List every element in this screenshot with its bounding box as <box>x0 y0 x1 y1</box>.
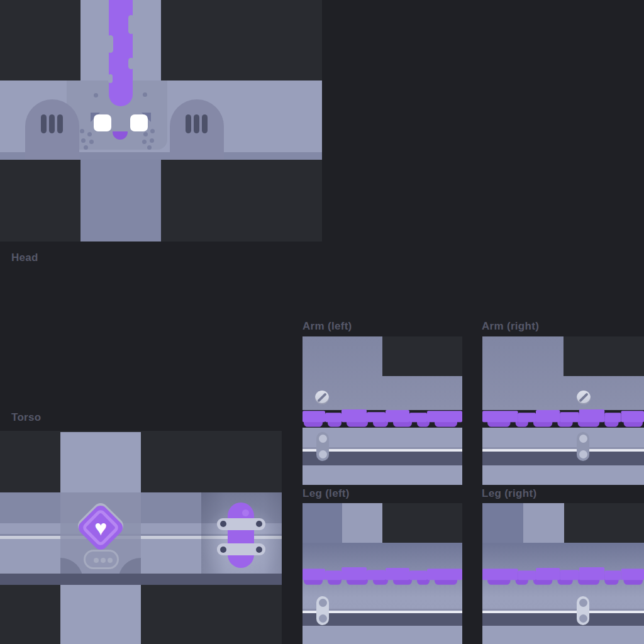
hair-stripe-notch <box>108 35 113 53</box>
rivet-icon <box>220 521 226 527</box>
leg-lower-band <box>303 626 462 644</box>
connector-hole <box>579 599 587 607</box>
arm-left-texture-panel[interactable] <box>303 336 462 485</box>
arm-dark-corner <box>564 336 644 376</box>
connector-icon <box>316 432 329 461</box>
connector-hole <box>319 435 327 443</box>
eye-right <box>130 114 148 131</box>
connector-hole <box>319 599 327 607</box>
freckle <box>150 129 155 133</box>
freckle <box>80 129 84 133</box>
torso-label: Torso <box>11 411 41 424</box>
torso-bottom-flap <box>60 585 141 644</box>
heart-icon: ♥ <box>87 516 114 540</box>
chest-vent-pill <box>84 550 119 569</box>
connector-hole <box>319 614 327 623</box>
pill-dot <box>108 558 113 563</box>
vent-icon <box>202 114 208 133</box>
rivet-icon <box>256 521 262 527</box>
rivet-icon <box>220 547 226 553</box>
vent-icon <box>57 114 63 133</box>
freckle <box>142 140 147 144</box>
eye-left <box>94 114 111 131</box>
head-bottom-flap <box>80 160 161 242</box>
arm-lower-band <box>482 465 644 485</box>
arm-right-label: Arm (right) <box>482 320 539 333</box>
head-label: Head <box>11 252 38 264</box>
pill-dot <box>101 558 106 563</box>
hair-stripe-notch <box>128 15 134 34</box>
leg-slate-band <box>482 613 644 626</box>
connector-hole <box>579 614 587 623</box>
vent-icon <box>194 114 199 133</box>
leg-right-label: Leg (right) <box>482 487 536 500</box>
arm-light-band <box>482 428 644 447</box>
leg-light-square <box>342 503 382 543</box>
purple-jagged-stripe <box>303 409 462 428</box>
vent-icon <box>49 114 55 133</box>
bedroll-highlight <box>242 509 249 516</box>
leg-light-square <box>523 503 564 543</box>
vent-icon <box>41 114 47 133</box>
brow-dot-right <box>143 92 147 97</box>
arm-dark-corner <box>382 336 462 376</box>
leg-right-texture-panel[interactable] <box>482 503 644 644</box>
connector-hole <box>319 450 327 458</box>
connector-icon <box>316 596 329 625</box>
freckle <box>81 138 86 143</box>
torso-top-flap <box>60 432 141 492</box>
torso-slate-strip <box>0 574 282 585</box>
hair-stripe-notch <box>128 58 134 69</box>
pill-dot <box>94 558 99 563</box>
brow-dot-left <box>94 93 98 97</box>
hair-stripe-notch <box>108 74 113 83</box>
leg-left-label: Leg (left) <box>303 487 350 500</box>
rivet-icon <box>256 547 262 553</box>
purple-jagged-stripe <box>303 567 462 586</box>
leg-left-texture-panel[interactable] <box>303 503 462 644</box>
skin-editor-screen: Head ♥ Torso <box>0 0 644 644</box>
freckle <box>87 132 92 136</box>
purple-jagged-stripe <box>482 409 644 428</box>
arm-left-label: Arm (left) <box>303 320 352 333</box>
screw-icon <box>577 391 591 404</box>
freckle <box>147 145 152 150</box>
connector-hole <box>579 435 587 443</box>
leg-lower-band <box>482 626 644 644</box>
leg-dark-corner <box>382 503 462 543</box>
freckle <box>89 140 94 144</box>
screw-icon <box>315 391 329 404</box>
bedroll-capsule <box>228 502 254 568</box>
torso-texture-panel[interactable]: ♥ <box>0 431 282 644</box>
freckle <box>150 138 154 143</box>
head-ear-right <box>170 99 224 160</box>
head-texture-panel[interactable] <box>0 0 322 242</box>
purple-jagged-stripe <box>482 567 644 586</box>
connector-icon <box>577 596 589 625</box>
arm-right-texture-panel[interactable] <box>482 336 644 485</box>
arm-slate-band <box>482 452 644 465</box>
leg-dark-corner <box>564 503 644 543</box>
connector-icon <box>577 432 589 461</box>
connector-hole <box>579 450 587 458</box>
arm-lower-band <box>303 465 462 485</box>
vent-icon <box>186 114 191 133</box>
freckle <box>143 132 148 136</box>
head-ear-left <box>25 99 79 160</box>
freckle <box>84 145 88 150</box>
